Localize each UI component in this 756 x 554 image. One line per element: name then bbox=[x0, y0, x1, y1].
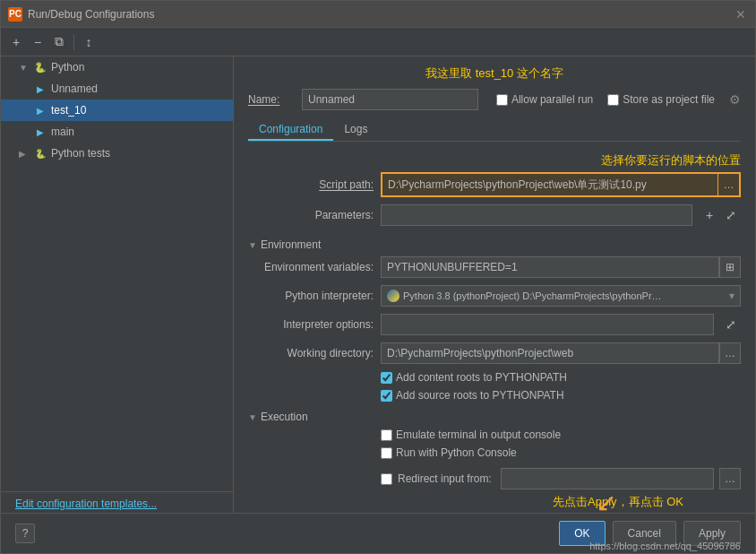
add-source-roots-checkbox[interactable] bbox=[381, 390, 392, 402]
parameters-label: Parameters: bbox=[248, 209, 374, 221]
run-with-console-checkbox[interactable] bbox=[381, 447, 392, 459]
tab-configuration[interactable]: Configuration bbox=[248, 119, 333, 141]
emulate-terminal-checkbox[interactable] bbox=[381, 429, 392, 441]
parameters-add-button[interactable]: + bbox=[700, 205, 719, 225]
redirect-browse-button[interactable]: … bbox=[719, 468, 741, 489]
sidebar-item-unnamed[interactable]: ▶ Unnamed bbox=[1, 78, 233, 100]
interpreter-options-expand-button[interactable]: ⤢ bbox=[721, 315, 741, 334]
main-content: ▼ 🐍 Python ▶ Unnamed ▶ test_10 ▶ main ▶ … bbox=[1, 56, 755, 513]
chevron-right-icon: ▶ bbox=[19, 149, 30, 159]
environment-section-header[interactable]: ▼ Environment bbox=[248, 238, 741, 251]
redirect-input-label: Redirect input from: bbox=[398, 472, 492, 485]
run-icon: ▶ bbox=[33, 125, 47, 139]
sidebar-item-label: Python bbox=[51, 61, 84, 74]
working-dir-label: Working directory: bbox=[248, 347, 374, 359]
sidebar-item-python[interactable]: ▼ 🐍 Python bbox=[1, 56, 233, 78]
annotation-name: 我这里取 test_10 这个名字 bbox=[248, 65, 741, 82]
store-project-checkbox-label[interactable]: Store as project file bbox=[607, 93, 715, 106]
watermark: https://blog.csdn.net/qq_45096786 bbox=[589, 541, 741, 551]
add-source-roots-row: Add source roots to PYTHONPATH bbox=[381, 389, 741, 402]
name-input[interactable] bbox=[302, 89, 478, 110]
python-interpreter-row: Python interpreter: Python 3.8 (pythonPr… bbox=[248, 285, 741, 307]
title-bar: PC Run/Debug Configurations ✕ bbox=[1, 1, 755, 28]
dropdown-arrow-icon: ▾ bbox=[729, 290, 735, 302]
test-group-icon: 🐍 bbox=[33, 146, 47, 160]
name-label: Name: bbox=[248, 93, 293, 106]
sidebar-item-python-tests[interactable]: ▶ 🐍 Python tests bbox=[1, 143, 233, 164]
toolbar-separator bbox=[73, 34, 74, 50]
execution-section-label: Execution bbox=[261, 411, 308, 423]
interpreter-value: Python 3.8 (pythonProject) D:\PycharmPro… bbox=[403, 290, 726, 301]
app-icon: PC bbox=[8, 7, 22, 22]
store-project-checkbox[interactable] bbox=[607, 94, 619, 106]
script-path-row: Script path: … bbox=[248, 172, 741, 197]
sidebar-item-main[interactable]: ▶ main bbox=[1, 121, 233, 143]
dialog-title: Run/Debug Configurations bbox=[28, 8, 734, 21]
add-source-roots-label[interactable]: Add source roots to PYTHONPATH bbox=[381, 389, 564, 402]
script-path-input[interactable] bbox=[382, 174, 717, 195]
parameters-input[interactable] bbox=[381, 204, 692, 226]
add-content-roots-row: Add content roots to PYTHONPATH bbox=[381, 371, 741, 384]
tab-logs[interactable]: Logs bbox=[333, 119, 378, 141]
exec-chevron-icon: ▼ bbox=[248, 412, 257, 422]
python-interpreter-label: Python interpreter: bbox=[248, 290, 374, 302]
parameters-btns: + ⤢ bbox=[700, 205, 741, 225]
interpreter-options-row: Interpreter options: ⤢ bbox=[248, 314, 741, 335]
working-dir-browse-button[interactable]: … bbox=[719, 342, 741, 364]
sidebar: ▼ 🐍 Python ▶ Unnamed ▶ test_10 ▶ main ▶ … bbox=[1, 56, 234, 513]
run-icon: ▶ bbox=[33, 103, 47, 117]
name-row: Name: Allow parallel run Store as projec… bbox=[248, 89, 741, 110]
add-content-roots-checkbox[interactable] bbox=[381, 372, 392, 384]
python-interpreter-icon bbox=[387, 290, 399, 302]
redirect-input-field[interactable] bbox=[501, 468, 714, 489]
environment-section-label: Environment bbox=[261, 238, 321, 251]
right-panel: 我这里取 test_10 这个名字 Name: Allow parallel r… bbox=[234, 56, 755, 513]
working-dir-input[interactable] bbox=[381, 342, 719, 364]
sidebar-item-test10[interactable]: ▶ test_10 bbox=[1, 100, 233, 121]
emulate-terminal-label[interactable]: Emulate terminal in output console bbox=[381, 428, 561, 441]
python-group-icon: 🐍 bbox=[33, 60, 47, 74]
add-content-roots-label[interactable]: Add content roots to PYTHONPATH bbox=[381, 371, 567, 384]
parameters-expand-button[interactable]: ⤢ bbox=[721, 205, 741, 225]
run-with-console-row: Run with Python Console bbox=[381, 446, 741, 459]
env-vars-edit-button[interactable]: ⊞ bbox=[719, 256, 741, 278]
add-config-button[interactable]: + bbox=[6, 32, 26, 52]
interpreter-options-input[interactable] bbox=[381, 314, 714, 335]
run-debug-dialog: PC Run/Debug Configurations ✕ + − ⧉ ↕ ▼ … bbox=[0, 0, 756, 554]
name-options: Allow parallel run Store as project file… bbox=[496, 92, 741, 107]
parameters-row: Parameters: + ⤢ bbox=[248, 204, 741, 226]
execution-section-header[interactable]: ▼ Execution bbox=[248, 411, 741, 423]
remove-config-button[interactable]: − bbox=[28, 32, 47, 52]
allow-parallel-checkbox-label[interactable]: Allow parallel run bbox=[496, 93, 593, 106]
chevron-down-icon: ▼ bbox=[19, 63, 30, 73]
working-dir-row: Working directory: … bbox=[248, 342, 741, 364]
script-browse-button[interactable]: … bbox=[717, 174, 739, 195]
run-icon: ▶ bbox=[33, 82, 47, 96]
env-vars-row: Environment variables: ⊞ bbox=[248, 256, 741, 278]
sidebar-item-label: Unnamed bbox=[51, 82, 98, 95]
edit-templates-link[interactable]: Edit configuration templates... bbox=[8, 492, 164, 513]
script-path-label: Script path: bbox=[248, 178, 374, 191]
tabs: Configuration Logs bbox=[248, 119, 741, 142]
allow-parallel-checkbox[interactable] bbox=[496, 94, 508, 106]
python-interpreter-select[interactable]: Python 3.8 (pythonProject) D:\PycharmPro… bbox=[381, 285, 741, 307]
toolbar: + − ⧉ ↕ bbox=[1, 28, 755, 56]
run-with-console-label[interactable]: Run with Python Console bbox=[381, 446, 517, 459]
copy-config-button[interactable]: ⧉ bbox=[49, 32, 69, 52]
env-vars-label: Environment variables: bbox=[248, 261, 374, 273]
help-button[interactable]: ? bbox=[15, 524, 35, 543]
emulate-terminal-row: Emulate terminal in output console bbox=[381, 428, 741, 441]
close-button[interactable]: ✕ bbox=[734, 7, 748, 22]
sidebar-item-label: test_10 bbox=[51, 104, 86, 117]
sidebar-item-label: main bbox=[51, 126, 74, 138]
sort-button[interactable]: ↕ bbox=[79, 32, 99, 52]
interpreter-options-label: Interpreter options: bbox=[248, 318, 374, 331]
sidebar-item-label: Python tests bbox=[51, 147, 110, 160]
redirect-input-checkbox[interactable] bbox=[381, 473, 392, 485]
env-vars-input[interactable] bbox=[381, 256, 719, 278]
env-chevron-icon: ▼ bbox=[248, 240, 257, 250]
redirect-input-row: Redirect input from: … bbox=[248, 468, 741, 489]
annotation-script: 选择你要运行的脚本的位置 bbox=[248, 152, 741, 169]
gear-icon[interactable]: ⚙ bbox=[729, 92, 741, 107]
